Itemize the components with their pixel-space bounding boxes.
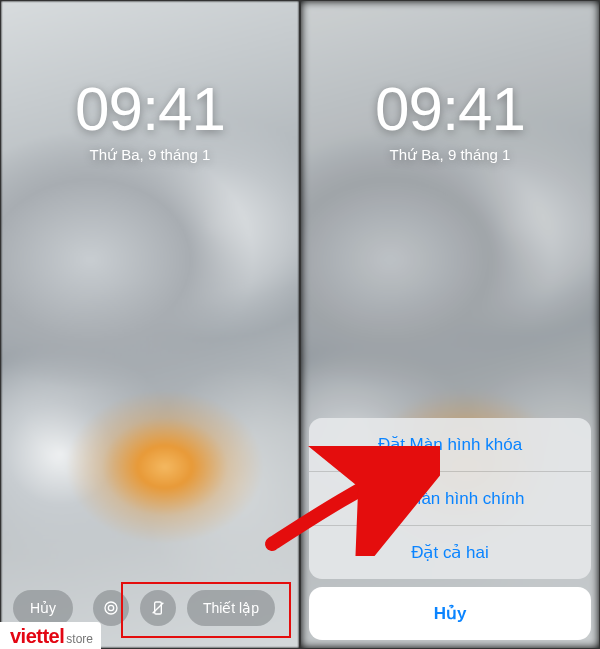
svg-point-1 <box>105 602 117 614</box>
time-text: 09:41 <box>1 73 299 144</box>
set-lock-screen-option[interactable]: Đặt Màn hình khóa <box>309 418 591 472</box>
lock-clock: 09:41 Thứ Ba, 9 tháng 1 <box>301 73 599 164</box>
watermark-brand: viettel <box>10 625 64 648</box>
set-home-screen-option[interactable]: Đặt Màn hình chính <box>309 472 591 526</box>
date-text: Thứ Ba, 9 tháng 1 <box>301 146 599 164</box>
action-sheet-cancel-button[interactable]: Hủy <box>309 587 591 640</box>
left-phone-screen: 09:41 Thứ Ba, 9 tháng 1 Hủy Thiết lập <box>0 0 300 649</box>
date-text: Thứ Ba, 9 tháng 1 <box>1 146 299 164</box>
time-text: 09:41 <box>301 73 599 144</box>
phone-slash-icon <box>150 600 166 616</box>
setup-button[interactable]: Thiết lập <box>187 590 275 626</box>
watermark-sub: store <box>66 632 93 646</box>
right-phone-screen: 09:41 Thứ Ba, 9 tháng 1 Đặt Màn hình khó… <box>300 0 600 649</box>
circles-icon <box>103 600 119 616</box>
lock-clock: 09:41 Thứ Ba, 9 tháng 1 <box>1 73 299 164</box>
perspective-icon-button[interactable] <box>140 590 176 626</box>
svg-point-0 <box>108 605 113 610</box>
set-both-option[interactable]: Đặt cả hai <box>309 526 591 579</box>
action-sheet-menu: Đặt Màn hình khóa Đặt Màn hình chính Đặt… <box>309 418 591 579</box>
filter-icon-button[interactable] <box>93 590 129 626</box>
viettel-watermark: viettel store <box>0 622 101 649</box>
action-sheet: Đặt Màn hình khóa Đặt Màn hình chính Đặt… <box>309 418 591 648</box>
